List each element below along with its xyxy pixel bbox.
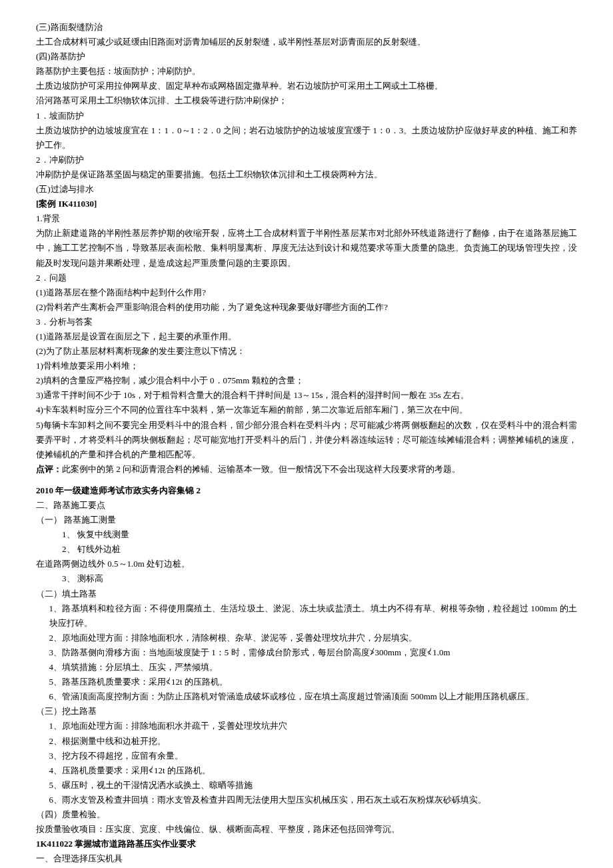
case-answer-item: 1)骨料堆放要采用小料堆； <box>36 359 577 373</box>
case-background-text: 为防止新建道路的半刚性基层养护期的收缩开裂，应将土工合成材料置于半刚性基层某市对… <box>36 226 577 270</box>
list-item: 2、 钉线外边桩 <box>36 542 577 557</box>
list-item: 5、路基压路机质量要求：采用≮12t 的压路机。 <box>36 675 577 689</box>
case-answer-2: (2)为了防止基层材料离析现象的发生要注意以下情况： <box>36 344 577 359</box>
heading-section-4: (四)路基防护 <box>36 49 577 64</box>
para: 在道路两侧边线外 0.5～1.0m 处钉边桩。 <box>36 557 577 571</box>
list-item: 2、根据测量中线和边桩开挖。 <box>36 734 577 749</box>
para: 二、路基施工要点 <box>36 498 577 513</box>
list-item: 3、挖方段不得超挖，应留有余量。 <box>36 749 577 763</box>
para: 土质边坡防护的边坡坡度宜在 1：1．0～1：2．0 之间；岩石边坡防护的边坡坡度… <box>36 123 577 153</box>
list-item: 2、原地面处理方面：排除地面积水，清除树根、杂草、淤泥等，妥善处理坟坑井穴，分层… <box>36 631 577 645</box>
list-item: 4、压路机质量要求：采用≮12t 的压路机。 <box>36 763 577 778</box>
sub-heading: （二）填土路基 <box>36 587 577 601</box>
list-item: 6、管涵顶面高度控制方面：为防止压路机对管涵造成破坏或移位，应在填土高度超过管涵… <box>36 689 577 704</box>
case-answer-item: 4)卡车装料时应分三个不同的位置往车中装料，第一次靠近车厢的前部，第二次靠近后部… <box>36 403 577 417</box>
section-2-title: 2010 年一级建造师考试市政实务内容集锦 2 <box>36 483 577 498</box>
heading-section-3: (三)路面裂缝防治 <box>36 20 577 35</box>
para: 1．坡面防护 <box>36 109 577 123</box>
list-item: 1、 恢复中线测量 <box>36 527 577 542</box>
para: 2．冲刷防护 <box>36 153 577 167</box>
case-comment: 点评：此案例中的第 2 问和沥青混合料的摊铺、运输基本一致。但一般情况下不会出现… <box>36 462 577 477</box>
sub-heading: （一） 路基施工测量 <box>36 513 577 527</box>
list-item: 5、碾压时，视土的干湿情况洒水或换土、晾晒等措施 <box>36 778 577 793</box>
sub-heading: （四）质量检验。 <box>36 807 577 822</box>
case-title: [案例 IK411030] <box>36 197 577 211</box>
case-question-1: (1)道路基层在整个路面结构中起到什么作用? <box>36 285 577 300</box>
case-question-2: (2)骨料若产生离析会严重影响混合料的使用功能，为了避免这种现象要做好哪些方面的… <box>36 300 577 315</box>
comment-label: 点评： <box>36 464 62 474</box>
case-answer-heading: 3．分析与答案 <box>36 315 577 329</box>
list-item: 1、路基填料和粒径方面：不得使用腐殖土、生活垃圾土、淤泥、冻土块或盐渍土。填土内… <box>36 601 577 631</box>
para: 冲刷防护是保证路基坚固与稳定的重要措施。包括土工织物软体沉排和土工模袋两种方法。 <box>36 167 577 182</box>
section-3-title: 1K411022 掌握城市道路路基压实作业要求 <box>36 837 577 851</box>
para: 路基防护主要包括：坡面防护；冲刷防护。 <box>36 64 577 79</box>
list-item: 4、填筑措施：分层填土、压实，严禁倾填。 <box>36 660 577 675</box>
case-answer-1: (1)道路基层是设置在面层之下，起主要的承重作用。 <box>36 329 577 344</box>
para: 一、合理选择压实机具 <box>36 851 577 866</box>
comment-text: 此案例中的第 2 问和沥青混合料的摊铺、运输基本一致。但一般情况下不会出现这样大… <box>62 464 460 474</box>
case-answer-item: 3)通常干拌时间不少于 10s，对于粗骨料含量大的混合料干拌时间是 13～15s… <box>36 388 577 403</box>
list-item: 3、 测标高 <box>36 571 577 586</box>
para: 按质量验收项目：压实度、宽度、中线偏位、纵、横断面高程、平整度，路床还包括回弹弯… <box>36 822 577 837</box>
case-answer-item: 5)每辆卡车卸料之间不要完全用受料斗中的混合料，留少部分混合料在受料斗内；尽可能… <box>36 418 577 462</box>
para: 土工合成材料可减少或延缓由旧路面对沥青加铺层的反射裂缝，或半刚性基层对沥青面层的… <box>36 35 577 49</box>
heading-section-5: (五)过滤与排水 <box>36 182 577 197</box>
list-item: 3、防路基侧向滑移方面：当地面坡度陡于 1：5 时，需修成台阶形式，每层台阶高度… <box>36 645 577 660</box>
list-item: 6、雨水支管及检查井回填：雨水支管及检查井四周无法使用大型压实机械压实，用石灰土… <box>36 793 577 807</box>
list-item: 1、原地面处理方面：排除地面积水并疏干，妥善处理坟坑井穴 <box>36 719 577 733</box>
para: 土质边坡防护可采用拉伸网草皮、固定草种布或网格固定撒草种。岩石边坡防护可采用土工… <box>36 79 577 93</box>
case-background-heading: 1.背景 <box>36 211 577 226</box>
para: 沿河路基可采用土工织物软体沉排、土工模袋等进行防冲刷保护； <box>36 93 577 108</box>
sub-heading: （三）挖土路基 <box>36 704 577 719</box>
case-question-heading: 2．问题 <box>36 271 577 285</box>
case-answer-item: 2)填料的含量应严格控制，减少混合料中小于 0．075mm 颗粒的含量； <box>36 373 577 388</box>
